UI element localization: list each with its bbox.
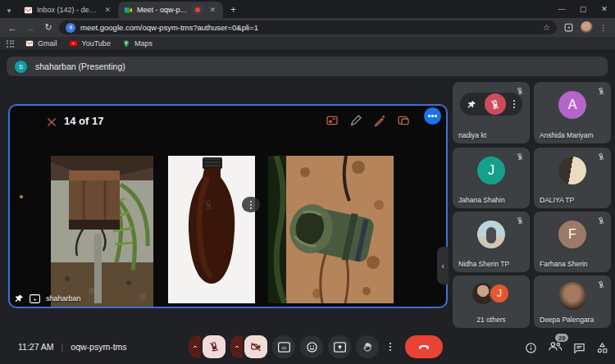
participant-tile-anshida-mariyam[interactable]: A Anshida Mariyam — [534, 82, 611, 143]
meeting-info-icons: 29 — [525, 340, 608, 355]
url-text: meet.google.com/oqw-psym-tms?authuser=0&… — [80, 23, 538, 32]
participant-tile-nidha-sherin-tp[interactable]: Nidha Sherin TP — [453, 212, 530, 272]
tab-strip: ▾ Inbox (142) - deepapsaj@gmai ✕ Meet - … — [0, 0, 615, 18]
pin-icon[interactable] — [15, 293, 24, 303]
bookmark-maps[interactable]: Maps — [122, 39, 153, 48]
tab-title: Inbox (142) - deepapsaj@gmai — [37, 6, 98, 14]
stage-footer: shaharban — [15, 293, 81, 303]
participant-tile-21-others[interactable]: J 21 others — [453, 275, 530, 328]
avatar: A — [558, 91, 586, 119]
reload-button[interactable]: ↻ — [41, 20, 56, 35]
bookmark-star-icon[interactable]: ☆ — [543, 23, 550, 32]
bookmark-label: Maps — [134, 39, 153, 48]
tab-meet[interactable]: Meet - oqw-psym-tms ✕ — [118, 2, 223, 18]
meet-bottom-bar: 11:27 AM | oqw-psym-tms — [0, 331, 615, 364]
tab-search-chevron-icon[interactable]: ▾ — [0, 3, 18, 18]
meet-app: S shaharban (Presenting) 14 of 17 — [0, 51, 615, 364]
avatar-photo — [558, 157, 586, 184]
presentation-tile-overlay — [203, 197, 260, 213]
close-window-button[interactable]: ✕ — [594, 0, 615, 18]
participant-tile-deepa-palengara[interactable]: Deepa Palengara — [534, 275, 611, 328]
mic-off-icon — [597, 152, 605, 161]
profile-avatar[interactable] — [581, 21, 593, 34]
laser-pointer-icon[interactable] — [373, 114, 386, 127]
call-controls: cc — [189, 335, 443, 358]
meeting-meta: 11:27 AM | oqw-psym-tms — [18, 342, 127, 352]
reactions-button[interactable] — [300, 335, 323, 358]
tab-close-icon[interactable]: ✕ — [207, 6, 217, 14]
divider: | — [61, 342, 64, 352]
side-panel-icon[interactable] — [563, 22, 574, 33]
forward-button[interactable]: → — [23, 20, 38, 35]
tab-close-icon[interactable]: ✕ — [102, 6, 112, 14]
presentation-more-options-button[interactable] — [424, 107, 441, 125]
browser-toolbar: ← → ↻ meet.google.com/oqw-psym-tms?authu… — [0, 18, 615, 37]
slide-photo-log-hive — [268, 156, 394, 303]
participant-count-badge: 29 — [555, 334, 568, 342]
slide-bullet — [20, 195, 23, 198]
participant-name: 21 others — [476, 316, 505, 324]
activities-button[interactable] — [596, 342, 608, 354]
avatar: J — [489, 283, 510, 304]
new-tab-button[interactable]: + — [223, 2, 244, 18]
mic-off-watermark-icon — [203, 199, 214, 211]
slides-audio-icon[interactable] — [326, 114, 339, 127]
captions-button[interactable]: cc — [272, 335, 295, 358]
info-button[interactable] — [525, 342, 537, 354]
bookmark-youtube[interactable]: YouTube — [69, 39, 111, 48]
mic-options-chevron[interactable] — [189, 335, 201, 358]
page-indicator: 14 of 17 — [64, 115, 103, 127]
participant-tile-daliya-tp[interactable]: DALIYA TP — [534, 148, 611, 208]
chat-button[interactable] — [573, 342, 585, 354]
participant-name: Farhana Sherin — [540, 260, 588, 268]
picture-in-picture-icon[interactable] — [30, 294, 40, 303]
participant-tile-farhana-sherin[interactable]: F Farhana Sherin — [534, 212, 611, 272]
more-options-button[interactable] — [384, 335, 397, 358]
toolbar-right: ⋮ — [560, 21, 610, 34]
pen-icon[interactable] — [349, 114, 362, 127]
address-bar[interactable]: meet.google.com/oqw-psym-tms?authuser=0&… — [59, 20, 557, 34]
tile-more-options-button[interactable] — [513, 100, 515, 108]
participant-tile-jahana-shahin[interactable]: J Jahana Shahin — [453, 148, 530, 208]
end-call-button[interactable] — [405, 335, 443, 358]
meeting-code: oqw-psym-tms — [71, 342, 126, 352]
tile-options-button[interactable] — [242, 197, 260, 212]
window-controls: — ▢ ✕ — [551, 0, 615, 18]
site-mic-indicator-icon[interactable] — [66, 23, 75, 33]
pin-icon[interactable] — [467, 100, 476, 109]
collapse-panel-handle[interactable]: ‹ — [437, 247, 449, 284]
browser-menu-icon[interactable]: ⋮ — [599, 24, 607, 32]
camera-options-chevron[interactable] — [230, 335, 243, 358]
close-presentation-icon[interactable] — [46, 116, 57, 128]
presenting-label: shaharban (Presenting) — [35, 61, 125, 71]
tab-title: Meet - oqw-psym-tms — [137, 6, 188, 14]
camera-control — [230, 335, 267, 358]
slides-panel-icon[interactable] — [397, 114, 410, 127]
minimize-button[interactable]: — — [551, 0, 572, 18]
recording-indicator-icon[interactable] — [192, 5, 203, 15]
raise-hand-button[interactable] — [356, 335, 379, 358]
mic-off-icon — [597, 280, 605, 289]
tile-hover-controls — [460, 93, 522, 116]
presentation-stage[interactable]: 14 of 17 — [8, 104, 448, 308]
participant-tile-nadiya-kt[interactable]: nadiya kt — [453, 82, 530, 143]
tab-gmail[interactable]: Inbox (142) - deepapsaj@gmai ✕ — [18, 2, 118, 18]
participant-name: Jahana Shahin — [458, 196, 505, 204]
presenter-name-label: shaharban — [46, 294, 81, 303]
mic-toggle-button[interactable] — [203, 335, 226, 358]
maps-icon — [122, 39, 130, 48]
camera-toggle-button[interactable] — [244, 335, 267, 358]
presenter-avatar: S — [15, 61, 27, 73]
svg-text:cc: cc — [281, 345, 286, 350]
back-button[interactable]: ← — [5, 20, 20, 35]
slide-photo-honey-bottle — [168, 156, 255, 303]
avatar-photo — [558, 282, 586, 310]
apps-grid-icon[interactable] — [7, 40, 14, 48]
people-button[interactable] — [548, 340, 563, 352]
maximize-button[interactable]: ▢ — [572, 0, 594, 18]
bookmark-gmail[interactable]: Gmail — [25, 39, 57, 48]
participant-name: Nidha Sherin TP — [458, 260, 509, 268]
avatar: J — [477, 157, 505, 184]
present-screen-button[interactable] — [328, 335, 351, 358]
unmute-button[interactable] — [485, 93, 506, 115]
